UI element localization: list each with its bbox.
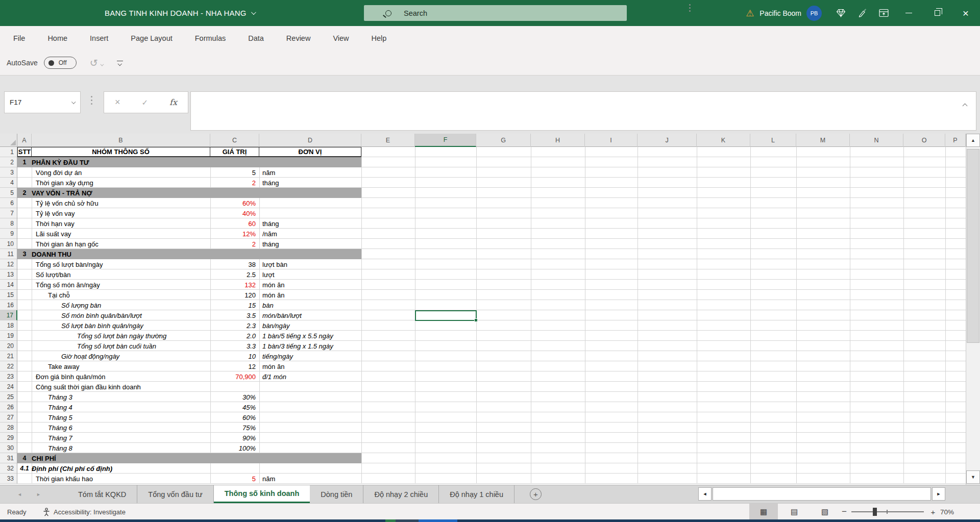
cell-stt[interactable]: 3 [17, 249, 32, 259]
row-header-20[interactable]: 20 [0, 341, 17, 351]
cell-unit[interactable] [259, 463, 361, 474]
row-header-28[interactable]: 28 [0, 422, 17, 433]
cell-value[interactable]: 3.5 [210, 310, 259, 320]
cell-unit[interactable]: tiếng/ngày [259, 351, 361, 361]
zoom-out-button[interactable]: − [839, 504, 849, 520]
row-header-8[interactable]: 8 [0, 218, 17, 229]
customize-toolbar-button[interactable] [117, 61, 123, 65]
row-header-15[interactable]: 15 [0, 290, 17, 300]
cell-stt[interactable] [17, 341, 32, 351]
cell-stt[interactable] [17, 433, 32, 443]
row-header-3[interactable]: 3 [0, 167, 17, 178]
column-header-D[interactable]: D [259, 134, 361, 147]
collapse-formula-bar-button[interactable] [963, 101, 967, 110]
document-title-group[interactable]: BANG TINH KINH DOANH - NHA HANG [105, 0, 255, 26]
cell-stt[interactable] [17, 198, 32, 208]
row-header-30[interactable]: 30 [0, 443, 17, 453]
cell-stt[interactable]: 2 [17, 188, 32, 198]
cell-label[interactable]: Đơn giá bình quân/món [32, 371, 210, 382]
cell-label[interactable]: Tháng 7 [32, 433, 210, 443]
cell-value[interactable]: 2 [210, 239, 259, 249]
vertical-scroll-thumb[interactable] [967, 149, 979, 343]
row-header-6[interactable]: 6 [0, 198, 17, 208]
cell-label[interactable]: Tổng số lượt bàn ngày thường [32, 331, 210, 341]
cell-unit[interactable] [259, 198, 361, 208]
cell-label[interactable]: Tháng 8 [32, 443, 210, 453]
cell-label[interactable]: Tỷ lệ vốn vay [32, 208, 210, 218]
add-sheet-button[interactable]: + [530, 488, 542, 500]
cell-label[interactable]: Tổng số món ăn/ngày [32, 280, 210, 290]
cell-unit[interactable]: đ/1 món [259, 371, 361, 382]
cell-value[interactable]: 2.0 [210, 331, 259, 341]
select-all-corner[interactable] [0, 134, 17, 147]
sheet-tab-dòng-tiền[interactable]: Dòng tiền [310, 485, 363, 503]
cell-unit[interactable]: năm [259, 167, 361, 178]
cell-unit[interactable]: món ăn [259, 290, 361, 300]
cell-value[interactable]: 2 [210, 178, 259, 188]
avatar[interactable]: PB [806, 6, 822, 21]
header-cell-group[interactable]: NHÓM THÔNG SỐ [32, 147, 210, 156]
cell-unit[interactable]: bàn/ngày [259, 320, 361, 331]
cell-stt[interactable]: 4.1 [17, 463, 32, 474]
warning-icon[interactable]: ⚠ [741, 0, 758, 26]
column-header-G[interactable]: G [476, 134, 531, 147]
sheet-tab-độ-nhạy-2-chiều[interactable]: Độ nhạy 2 chiều [363, 485, 439, 503]
horizontal-scrollbar[interactable]: ◄ ► [698, 487, 945, 501]
header-cell-unit[interactable]: ĐƠN VỊ [259, 147, 361, 156]
cell-label[interactable]: Tháng 5 [32, 412, 210, 422]
cell-unit[interactable] [259, 392, 361, 402]
insert-function-button[interactable]: fx [169, 97, 177, 107]
cell-stt[interactable] [17, 239, 32, 249]
row-header-21[interactable]: 21 [0, 351, 17, 361]
ribbon-tab-view[interactable]: View [333, 34, 349, 42]
row-header-32[interactable]: 32 [0, 463, 17, 474]
sheet-nav-right-icon[interactable]: ► [36, 492, 41, 497]
formula-input[interactable] [190, 91, 976, 131]
cell-unit[interactable]: món/bàn/lượt [259, 310, 361, 320]
page-layout-view-button[interactable]: ▤ [780, 504, 808, 520]
row-header-26[interactable]: 26 [0, 402, 17, 412]
cell-unit[interactable]: tháng [259, 178, 361, 188]
cell-unit[interactable] [259, 422, 361, 433]
undo-button[interactable]: ↺ [90, 57, 103, 69]
cell-stt[interactable] [17, 218, 32, 229]
ribbon-tab-data[interactable]: Data [248, 34, 264, 42]
column-header-M[interactable]: M [796, 134, 850, 147]
cell-value[interactable]: 38 [210, 259, 259, 269]
cell-value[interactable]: 2.5 [210, 269, 259, 280]
cell-unit[interactable]: bàn [259, 300, 361, 310]
cell-unit[interactable]: tháng [259, 218, 361, 229]
cell-value[interactable]: 60 [210, 218, 259, 229]
cell-unit[interactable]: /năm [259, 229, 361, 239]
row-header-22[interactable]: 22 [0, 361, 17, 371]
row-header-7[interactable]: 7 [0, 208, 17, 218]
cell-stt[interactable] [17, 208, 32, 218]
row-header-5[interactable]: 5 [0, 188, 17, 198]
cell-label[interactable]: Tại chỗ [32, 290, 210, 300]
minimize-button[interactable] [894, 0, 923, 26]
cell-unit[interactable]: 1 bàn/5 tiếng x 5.5 ngày [259, 331, 361, 341]
column-header-P[interactable]: P [945, 134, 966, 147]
cell-unit[interactable] [259, 433, 361, 443]
column-header-F[interactable]: F [415, 134, 476, 147]
zoom-level[interactable]: 70% [940, 504, 954, 520]
cell-unit[interactable]: lượt bàn [259, 259, 361, 269]
accessibility-status[interactable]: Accessibility: Investigate [43, 504, 126, 520]
cell-stt[interactable] [17, 443, 32, 453]
column-header-B[interactable]: B [32, 134, 210, 147]
scroll-down-button[interactable]: ▼ [966, 470, 980, 484]
cell-value[interactable]: 12 [210, 361, 259, 371]
ribbon-tab-formulas[interactable]: Formulas [195, 34, 226, 42]
horizontal-scroll-thumb[interactable] [713, 487, 931, 501]
row-header-33[interactable]: 33 [0, 474, 17, 484]
row-header-18[interactable]: 18 [0, 320, 17, 331]
normal-view-button[interactable]: ▦ [749, 504, 778, 520]
cell-label[interactable]: Thời gian khấu hao [32, 474, 210, 484]
cell-unit[interactable] [259, 412, 361, 422]
cell-stt[interactable]: 1 [17, 157, 32, 167]
cell-label[interactable]: Tổng số lượt bàn cuối tuần [32, 341, 210, 351]
sheet-tab-độ-nhạy-1-chiều[interactable]: Độ nhạy 1 chiều [439, 485, 514, 503]
row-header-29[interactable]: 29 [0, 433, 17, 443]
page-break-view-button[interactable]: ▧ [811, 504, 839, 520]
cell-label[interactable]: Số lượng bàn [32, 300, 210, 310]
